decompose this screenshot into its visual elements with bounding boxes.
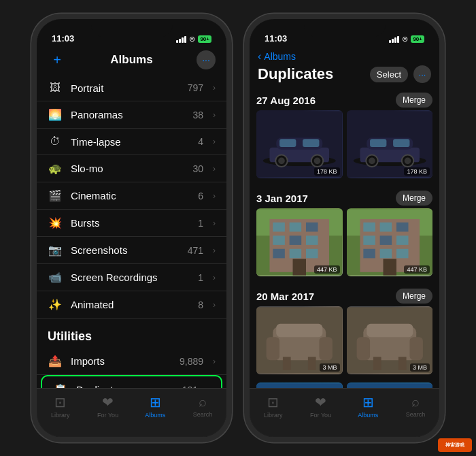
wifi-icon: ⊜: [189, 35, 195, 44]
left-phone: 11:03 ⊜ 90+ + Albums ··· 🖼 Portrait 797 …: [31, 14, 232, 442]
tab-for-you[interactable]: ❤ For You: [88, 394, 129, 419]
add-button[interactable]: +: [48, 50, 67, 69]
for-you-icon: ❤: [102, 394, 114, 410]
battery-badge-right: 90+: [411, 35, 424, 43]
photo-size-1a: 178 KB: [314, 167, 340, 176]
dup-group-4: 34 KB 36 KB: [256, 382, 432, 388]
dup-photos-1: 178 KB 178 KB: [256, 110, 432, 178]
album-item-timelapse[interactable]: ⏱ Time-lapse 4 ›: [37, 129, 226, 155]
album-item-duplicates[interactable]: 📋 Duplicates 131 ›: [41, 375, 222, 388]
tab-albums[interactable]: ⊞ Albums: [135, 394, 175, 419]
photo-size-2a: 447 KB: [314, 265, 340, 274]
tab-search[interactable]: ⌕ Search: [182, 394, 223, 418]
svg-point-19: [404, 157, 411, 164]
album-count-animated: 8: [198, 299, 203, 310]
dup-photo-4b[interactable]: 36 KB: [347, 382, 433, 388]
timelapse-icon: ⏱: [48, 135, 63, 148]
svg-rect-32: [293, 259, 306, 275]
svg-rect-4: [279, 139, 296, 147]
time-right: 11:03: [265, 33, 287, 44]
signal-icon: [176, 36, 186, 43]
dup-photos-2: 447 KB: [256, 208, 432, 276]
dup-date-3: 20 Mar 2017: [256, 291, 314, 302]
svg-rect-65: [347, 383, 433, 388]
dup-group-1: 27 Aug 2016 Merge: [256, 88, 432, 178]
photo-size-3b: 3 MB: [410, 363, 430, 372]
svg-rect-24: [290, 223, 302, 232]
dup-photos-3: 3 MB 3 MB: [256, 306, 432, 374]
tab-bar-right: ⊡ Library ❤ For You ⊞ Albums ⌕ Search: [250, 388, 439, 437]
svg-rect-38: [396, 223, 408, 232]
album-item-screenshots[interactable]: 📷 Screenshots 471 ›: [37, 237, 226, 264]
album-count-slomo: 30: [192, 163, 203, 174]
tab-albums-label: Albums: [145, 412, 165, 419]
library-icon-right: ⊡: [267, 394, 279, 410]
chevron-icon: ›: [213, 218, 216, 228]
merge-button-1[interactable]: Merge: [396, 93, 432, 108]
svg-rect-27: [290, 235, 302, 245]
tab-for-you-label-right: For You: [310, 412, 331, 419]
merge-button-2[interactable]: Merge: [396, 191, 432, 206]
dup-group-3: 20 Mar 2017 Merge 3 MB: [256, 284, 432, 374]
dup-date-row-1: 27 Aug 2016 Merge: [256, 88, 432, 110]
svg-rect-51: [283, 357, 291, 370]
battery-badge-left: 90+: [198, 35, 211, 43]
detail-header-row: Duplicates Select ···: [258, 65, 431, 83]
album-name-animated: Animated: [71, 299, 190, 310]
album-count-screen-recordings: 1: [198, 272, 203, 283]
dup-photo-3b[interactable]: 3 MB: [347, 306, 433, 374]
tab-albums-right[interactable]: ⊞ Albums: [347, 394, 388, 419]
duplicates-scroll: 27 Aug 2016 Merge: [250, 88, 439, 388]
cinematic-icon: 🎬: [48, 189, 63, 202]
more-button[interactable]: ···: [197, 50, 216, 69]
back-text[interactable]: Albums: [264, 51, 296, 62]
photo-size-3a: 3 MB: [320, 363, 339, 372]
dup-photo-2b[interactable]: 447 KB: [347, 208, 433, 276]
tab-for-you-right[interactable]: ❤ For You: [301, 394, 341, 419]
select-button[interactable]: Select: [370, 67, 408, 82]
album-item-screen-recordings[interactable]: 📹 Screen Recordings 1 ›: [37, 264, 226, 291]
dup-photo-4a[interactable]: 34 KB: [256, 382, 343, 388]
detail-actions: Select ···: [370, 65, 431, 83]
album-item-panoramas[interactable]: 🌅 Panoramas 38 ›: [37, 101, 226, 129]
tab-albums-label-right: Albums: [358, 412, 378, 419]
panoramas-icon: 🌅: [48, 108, 63, 121]
for-you-icon-right: ❤: [315, 394, 326, 410]
tab-library[interactable]: ⊡ Library: [40, 394, 81, 419]
album-item-cinematic[interactable]: 🎬 Cinematic 6 ›: [37, 182, 226, 210]
dup-photo-3a[interactable]: 3 MB: [256, 306, 343, 374]
album-count-screenshots: 471: [188, 245, 203, 256]
album-item-imports[interactable]: 📤 Imports 9,889 ›: [37, 348, 226, 375]
tab-search-right[interactable]: ⌕ Search: [395, 394, 436, 418]
album-item-slomo[interactable]: 🐢 Slo-mo 30 ›: [37, 155, 226, 182]
search-icon-right: ⌕: [411, 394, 420, 410]
detail-more-button[interactable]: ···: [413, 65, 431, 83]
album-item-bursts[interactable]: 💥 Bursts 1 ›: [37, 210, 226, 237]
svg-rect-59: [398, 357, 406, 370]
svg-rect-43: [379, 249, 392, 259]
tab-library-right[interactable]: ⊡ Library: [253, 394, 294, 419]
merge-button-3[interactable]: Merge: [396, 289, 432, 304]
album-name-timelapse: Time-lapse: [71, 136, 190, 148]
watermark-text: 神宙游戏: [445, 442, 464, 449]
album-name-slomo: Slo-mo: [71, 163, 184, 174]
album-count-panoramas: 38: [192, 110, 203, 120]
album-item-animated[interactable]: ✨ Animated 8 ›: [37, 291, 226, 319]
album-count-imports: 9,889: [180, 356, 203, 367]
album-name-cinematic: Cinematic: [71, 190, 190, 201]
dup-photo-2a[interactable]: 447 KB: [256, 208, 343, 276]
photo-size-1b: 178 KB: [404, 167, 430, 176]
svg-rect-60: [256, 383, 343, 388]
album-item-portrait[interactable]: 🖼 Portrait 797 ›: [37, 75, 226, 101]
svg-rect-28: [306, 235, 318, 245]
svg-rect-42: [363, 249, 375, 259]
dup-photo-1b[interactable]: 178 KB: [347, 110, 433, 178]
tab-library-label: Library: [51, 412, 70, 419]
album-count-portrait: 797: [188, 82, 203, 93]
imports-icon: 📤: [48, 355, 63, 368]
signal-icon-right: [389, 36, 399, 43]
albums-header: + Albums ···: [37, 48, 226, 75]
dup-photo-1a[interactable]: 178 KB: [256, 110, 343, 178]
albums-icon-right: ⊞: [362, 394, 374, 410]
album-name-screen-recordings: Screen Recordings: [71, 272, 190, 283]
